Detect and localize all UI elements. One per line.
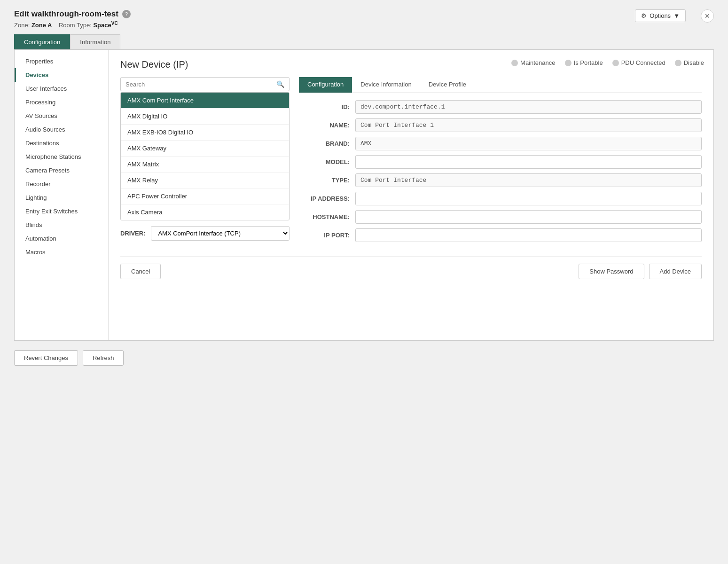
- sidebar: Properties Devices User Interfaces Proce…: [15, 50, 109, 340]
- toggle-pdu-circle: [612, 60, 619, 66]
- field-id-input[interactable]: [355, 100, 702, 114]
- zone-label: Zone:: [14, 22, 30, 29]
- form-row: 🔍 AMX Com Port Interface AMX Digital IO …: [120, 77, 702, 247]
- field-hostname-input[interactable]: [355, 210, 702, 224]
- field-id-label: ID:: [299, 103, 355, 110]
- sidebar-item-automation[interactable]: Automation: [15, 232, 108, 245]
- field-type-input[interactable]: [355, 173, 702, 187]
- device-item-amx-exb-io8[interactable]: AMX EXB-IO8 Digital IO: [121, 125, 289, 141]
- toggle-disable-circle: [675, 60, 681, 66]
- toggle-pdu[interactable]: PDU Connected: [612, 59, 665, 66]
- search-box: 🔍: [120, 77, 290, 91]
- toggle-portable-label: Is Portable: [574, 59, 603, 66]
- action-buttons: Cancel Show Password Add Device: [120, 256, 702, 279]
- field-ip-port: IP PORT:: [299, 228, 702, 242]
- help-icon[interactable]: ?: [122, 10, 131, 18]
- device-item-amx-com-port[interactable]: AMX Com Port Interface: [121, 93, 289, 109]
- device-item-amx-relay[interactable]: AMX Relay: [121, 172, 289, 188]
- toggle-maintenance-label: Maintenance: [520, 59, 555, 66]
- sidebar-item-microphone-stations[interactable]: Microphone Stations: [15, 150, 108, 164]
- page-title: Edit walkthrough-room-test: [14, 9, 118, 19]
- device-item-amx-matrix[interactable]: AMX Matrix: [121, 157, 289, 172]
- field-id: ID:: [299, 100, 702, 114]
- room-type-value: SpaceVC: [93, 22, 117, 29]
- revert-changes-button[interactable]: Revert Changes: [14, 350, 78, 366]
- tab-information[interactable]: Information: [70, 34, 120, 49]
- show-password-button[interactable]: Show Password: [579, 264, 644, 279]
- toggle-maintenance[interactable]: Maintenance: [511, 59, 555, 66]
- main-tabs: Configuration Information: [14, 34, 714, 49]
- field-model-label: MODEL:: [299, 158, 355, 165]
- sidebar-item-camera-presets[interactable]: Camera Presets: [15, 164, 108, 177]
- right-column: Configuration Device Information Device …: [299, 77, 702, 247]
- field-ip-port-input[interactable]: [355, 228, 702, 242]
- driver-label: DRIVER:: [120, 230, 145, 237]
- field-hostname: HOSTNAME:: [299, 210, 702, 224]
- left-column: 🔍 AMX Com Port Interface AMX Digital IO …: [120, 77, 290, 247]
- toggle-disable[interactable]: Disable: [675, 59, 704, 66]
- sidebar-item-lighting[interactable]: Lighting: [15, 191, 108, 204]
- cancel-button[interactable]: Cancel: [120, 264, 161, 279]
- sidebar-item-blinds[interactable]: Blinds: [15, 218, 108, 232]
- sidebar-item-processing[interactable]: Processing: [15, 95, 108, 109]
- right-action-group: Show Password Add Device: [579, 264, 702, 279]
- toggle-disable-label: Disable: [684, 59, 704, 66]
- options-button[interactable]: ⚙ Options ▼: [635, 9, 686, 22]
- device-item-amx-digital-io[interactable]: AMX Digital IO: [121, 109, 289, 125]
- field-brand-label: BRAND:: [299, 140, 355, 147]
- right-tab-configuration[interactable]: Configuration: [299, 77, 352, 93]
- driver-select[interactable]: AMX ComPort Interface (TCP): [151, 226, 290, 241]
- subtitle-row: Zone: Zone A Room Type: SpaceVC: [14, 21, 714, 29]
- gear-icon: ⚙: [641, 12, 647, 19]
- content-area: Maintenance Is Portable PDU Connected Di…: [109, 50, 713, 340]
- tab-configuration[interactable]: Configuration: [14, 34, 70, 49]
- sidebar-item-macros[interactable]: Macros: [15, 245, 108, 259]
- field-brand-input[interactable]: [355, 137, 702, 150]
- sidebar-item-av-sources[interactable]: AV Sources: [15, 109, 108, 123]
- field-ip-port-label: IP PORT:: [299, 232, 355, 239]
- sidebar-item-properties[interactable]: Properties: [15, 55, 108, 68]
- sidebar-item-devices[interactable]: Devices: [15, 68, 108, 82]
- fields-panel: ID: NAME: BRAND: MODEL:: [299, 100, 702, 247]
- zone-value: Zone A: [31, 22, 52, 29]
- field-model: MODEL:: [299, 155, 702, 169]
- field-name-input[interactable]: [355, 118, 702, 132]
- toggle-portable-circle: [565, 60, 571, 66]
- field-type: TYPE:: [299, 173, 702, 187]
- page-header: Edit walkthrough-room-test ? ⚙ Options ▼…: [14, 9, 714, 29]
- bottom-bar: Revert Changes Refresh: [14, 350, 714, 366]
- field-hostname-label: HOSTNAME:: [299, 213, 355, 220]
- field-name: NAME:: [299, 118, 702, 132]
- field-ip-address-input[interactable]: [355, 192, 702, 205]
- options-label: Options: [650, 12, 671, 19]
- toggle-group: Maintenance Is Portable PDU Connected Di…: [511, 59, 704, 66]
- field-model-input[interactable]: [355, 155, 702, 169]
- toggle-maintenance-circle: [511, 60, 518, 66]
- device-item-apc-power[interactable]: APC Power Controller: [121, 188, 289, 204]
- field-type-label: TYPE:: [299, 177, 355, 184]
- sidebar-item-user-interfaces[interactable]: User Interfaces: [15, 82, 108, 95]
- device-item-amx-gateway[interactable]: AMX Gateway: [121, 141, 289, 157]
- field-name-label: NAME:: [299, 122, 355, 129]
- right-tab-device-info[interactable]: Device Information: [352, 77, 420, 93]
- sidebar-item-audio-sources[interactable]: Audio Sources: [15, 123, 108, 136]
- search-icon: 🔍: [276, 80, 284, 88]
- sidebar-item-entry-exit[interactable]: Entry Exit Switches: [15, 204, 108, 218]
- add-device-button[interactable]: Add Device: [649, 264, 702, 279]
- driver-row: DRIVER: AMX ComPort Interface (TCP): [120, 226, 290, 241]
- toggle-pdu-label: PDU Connected: [621, 59, 665, 66]
- refresh-button[interactable]: Refresh: [83, 350, 124, 366]
- room-type-label: Room Type:: [59, 22, 92, 29]
- field-ip-address: IP ADDRESS:: [299, 192, 702, 205]
- sidebar-item-recorder[interactable]: Recorder: [15, 177, 108, 191]
- field-brand: BRAND:: [299, 137, 702, 150]
- search-input[interactable]: [125, 81, 276, 88]
- right-tabs: Configuration Device Information Device …: [299, 77, 702, 93]
- room-type-sup: VC: [111, 21, 118, 26]
- left-action-group: Cancel: [120, 264, 161, 279]
- device-item-axis-camera[interactable]: Axis Camera: [121, 204, 289, 220]
- right-tab-device-profile[interactable]: Device Profile: [420, 77, 475, 93]
- device-list: AMX Com Port Interface AMX Digital IO AM…: [120, 92, 290, 220]
- sidebar-item-destinations[interactable]: Destinations: [15, 136, 108, 150]
- toggle-portable[interactable]: Is Portable: [565, 59, 603, 66]
